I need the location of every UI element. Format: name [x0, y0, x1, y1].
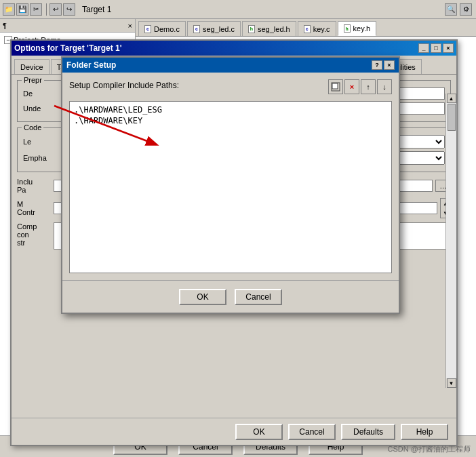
scroll-track	[446, 103, 456, 378]
folder-content: Setup Compiler Include Paths: × ↑	[62, 73, 399, 280]
options-scrollbar: ▲ ▼	[445, 94, 456, 388]
folder-setup-dialog: Folder Setup ? × Setup Compiler Include …	[61, 56, 400, 314]
toolbar-right: 🔍 ⚙	[445, 3, 473, 16]
tab-seg-led-h-label: seg_led.h	[258, 25, 290, 33]
tab-demo-c-icon: c	[144, 25, 151, 33]
scroll-up-arrow[interactable]: ▲	[447, 94, 456, 103]
toolbar-icon-4[interactable]: ↩	[49, 3, 62, 16]
tab-key-c-icon: c	[304, 25, 311, 33]
tab-key-h-icon: h	[344, 24, 351, 33]
toolbar-icon-2[interactable]: 💾	[16, 3, 28, 16]
folder-cancel-btn[interactable]: Cancel	[235, 289, 282, 305]
svg-rect-1	[332, 83, 338, 89]
divider-1	[46, 3, 47, 16]
toolbar-icon-7[interactable]: ⚙	[460, 3, 472, 16]
tab-seg-led-c-label: seg_led.c	[203, 25, 235, 33]
misc-label: MContr	[17, 200, 51, 216]
folder-header-row: Setup Compiler Include Paths: × ↑	[69, 79, 392, 97]
tab-demo-c[interactable]: c Demo.c	[138, 21, 186, 36]
main-toolbar: 📁 💾 ✂ ↩ ↪ Target 1 🔍 ⚙	[0, 0, 476, 19]
options-help-btn[interactable]: Help	[401, 424, 448, 440]
folder-bottom: OK Cancel	[62, 280, 399, 313]
tab-device[interactable]: Device	[14, 59, 49, 74]
options-dialog-title: Options for Target 'Target 1'	[14, 43, 122, 53]
folder-up-icon: ↑	[366, 83, 370, 91]
folder-new-btn[interactable]	[328, 79, 343, 94]
sidebar-close-icon[interactable]: ×	[128, 22, 132, 30]
tab-key-c-label: key.c	[313, 25, 330, 33]
scroll-down-arrow[interactable]: ▼	[447, 378, 456, 388]
options-maximize-btn[interactable]: □	[431, 43, 441, 53]
toolbar-icon-3[interactable]: ✂	[30, 3, 42, 16]
folder-help-btn[interactable]: ?	[372, 60, 382, 70]
prepr-section-label: Prepr	[22, 76, 44, 84]
options-dialog-bottom: OK Cancel Defaults Help	[12, 418, 456, 445]
folder-down-btn[interactable]: ↓	[377, 79, 392, 94]
folder-delete-btn[interactable]: ×	[344, 79, 359, 94]
options-title-buttons: _ □ ×	[418, 43, 454, 53]
path-list[interactable]: .\HARDWARE\LED_ESG .\HARDWARE\KEY	[69, 101, 392, 273]
compiler-label: Compconstr	[17, 222, 51, 247]
tab-seg-led-h[interactable]: h seg_led.h	[242, 21, 296, 36]
tab-key-h-label: key.h	[353, 24, 370, 33]
options-title-bar: Options for Target 'Target 1' _ □ ×	[12, 41, 456, 56]
folder-title-bar: Folder Setup ? ×	[62, 58, 399, 73]
folder-ok-btn[interactable]: OK	[179, 289, 226, 305]
tab-seg-led-c[interactable]: c seg_led.c	[187, 21, 241, 36]
options-defaults-btn[interactable]: Defaults	[341, 424, 395, 440]
folder-delete-icon: ×	[350, 83, 354, 91]
options-close-btn[interactable]: ×	[443, 43, 454, 53]
folder-new-icon	[331, 82, 340, 92]
folder-subtitle: Setup Compiler Include Paths:	[69, 81, 179, 90]
folder-title-buttons: ? ×	[372, 60, 395, 70]
folder-up-btn[interactable]: ↑	[361, 79, 376, 94]
toolbar-icon-1[interactable]: 📁	[3, 3, 15, 16]
watermark: CSDN @打酱油的工程师	[388, 444, 471, 454]
folder-down-icon: ↓	[382, 83, 386, 91]
path-item-1[interactable]: .\HARDWARE\KEY	[73, 115, 389, 126]
sidebar-header: ¶ ×	[0, 19, 135, 33]
options-minimize-btn[interactable]: _	[418, 43, 429, 53]
tab-seg-led-h-icon: h	[248, 25, 255, 33]
folder-dialog-title: Folder Setup	[66, 60, 116, 70]
options-cancel-btn[interactable]: Cancel	[288, 424, 336, 440]
tab-demo-c-label: Demo.c	[154, 25, 180, 33]
include-label: IncluPa	[17, 178, 51, 194]
editor-tab-bar: c Demo.c c seg_led.c h seg_led.h c key.c…	[136, 19, 476, 37]
tab-key-c[interactable]: c key.c	[298, 21, 336, 36]
scroll-thumb[interactable]	[448, 104, 456, 131]
toolbar-icon-6[interactable]: 🔍	[445, 3, 457, 16]
toolbar-title: Target 1	[77, 5, 111, 14]
folder-close-btn[interactable]: ×	[384, 60, 395, 70]
folder-toolbar: × ↑ ↓	[328, 79, 392, 94]
tab-key-h[interactable]: h key.h	[338, 21, 376, 36]
sidebar-pin-icon[interactable]: ¶	[3, 22, 7, 30]
path-item-0[interactable]: .\HARDWARE\LED_ESG	[73, 104, 389, 115]
options-ok-btn[interactable]: OK	[235, 424, 283, 440]
toolbar-icon-5[interactable]: ↪	[63, 3, 75, 16]
tab-seg-led-c-icon: c	[193, 25, 200, 33]
code-section-label: Code	[22, 123, 43, 132]
